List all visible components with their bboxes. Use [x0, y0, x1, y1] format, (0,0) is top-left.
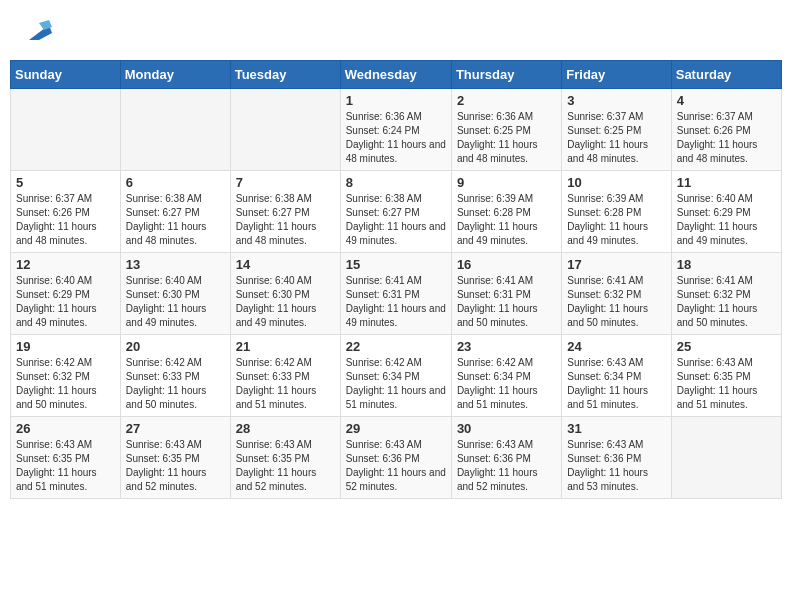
day-number: 28 [236, 421, 335, 436]
calendar-cell: 31Sunrise: 6:43 AM Sunset: 6:36 PM Dayli… [562, 417, 671, 499]
calendar-cell: 25Sunrise: 6:43 AM Sunset: 6:35 PM Dayli… [671, 335, 781, 417]
calendar-cell: 7Sunrise: 6:38 AM Sunset: 6:27 PM Daylig… [230, 171, 340, 253]
calendar: SundayMondayTuesdayWednesdayThursdayFrid… [10, 60, 782, 499]
day-number: 9 [457, 175, 556, 190]
calendar-cell: 16Sunrise: 6:41 AM Sunset: 6:31 PM Dayli… [451, 253, 561, 335]
column-header-tuesday: Tuesday [230, 61, 340, 89]
day-info: Sunrise: 6:37 AM Sunset: 6:26 PM Dayligh… [677, 110, 776, 166]
day-number: 13 [126, 257, 225, 272]
day-number: 25 [677, 339, 776, 354]
day-number: 11 [677, 175, 776, 190]
calendar-week-3: 12Sunrise: 6:40 AM Sunset: 6:29 PM Dayli… [11, 253, 782, 335]
day-number: 26 [16, 421, 115, 436]
day-number: 14 [236, 257, 335, 272]
calendar-week-1: 1Sunrise: 6:36 AM Sunset: 6:24 PM Daylig… [11, 89, 782, 171]
day-info: Sunrise: 6:42 AM Sunset: 6:32 PM Dayligh… [16, 356, 115, 412]
day-number: 2 [457, 93, 556, 108]
day-number: 1 [346, 93, 446, 108]
day-number: 22 [346, 339, 446, 354]
calendar-cell: 28Sunrise: 6:43 AM Sunset: 6:35 PM Dayli… [230, 417, 340, 499]
day-info: Sunrise: 6:43 AM Sunset: 6:35 PM Dayligh… [16, 438, 115, 494]
calendar-cell: 26Sunrise: 6:43 AM Sunset: 6:35 PM Dayli… [11, 417, 121, 499]
day-info: Sunrise: 6:43 AM Sunset: 6:34 PM Dayligh… [567, 356, 665, 412]
calendar-cell: 14Sunrise: 6:40 AM Sunset: 6:30 PM Dayli… [230, 253, 340, 335]
day-info: Sunrise: 6:43 AM Sunset: 6:35 PM Dayligh… [236, 438, 335, 494]
calendar-cell: 10Sunrise: 6:39 AM Sunset: 6:28 PM Dayli… [562, 171, 671, 253]
day-number: 16 [457, 257, 556, 272]
day-number: 10 [567, 175, 665, 190]
column-header-friday: Friday [562, 61, 671, 89]
calendar-cell: 4Sunrise: 6:37 AM Sunset: 6:26 PM Daylig… [671, 89, 781, 171]
day-info: Sunrise: 6:40 AM Sunset: 6:29 PM Dayligh… [16, 274, 115, 330]
day-number: 8 [346, 175, 446, 190]
day-number: 12 [16, 257, 115, 272]
day-number: 20 [126, 339, 225, 354]
day-number: 29 [346, 421, 446, 436]
calendar-cell: 8Sunrise: 6:38 AM Sunset: 6:27 PM Daylig… [340, 171, 451, 253]
column-header-monday: Monday [120, 61, 230, 89]
calendar-cell: 5Sunrise: 6:37 AM Sunset: 6:26 PM Daylig… [11, 171, 121, 253]
day-number: 23 [457, 339, 556, 354]
day-number: 31 [567, 421, 665, 436]
day-number: 3 [567, 93, 665, 108]
day-info: Sunrise: 6:43 AM Sunset: 6:36 PM Dayligh… [346, 438, 446, 494]
day-number: 30 [457, 421, 556, 436]
calendar-cell: 12Sunrise: 6:40 AM Sunset: 6:29 PM Dayli… [11, 253, 121, 335]
calendar-cell: 24Sunrise: 6:43 AM Sunset: 6:34 PM Dayli… [562, 335, 671, 417]
calendar-cell: 30Sunrise: 6:43 AM Sunset: 6:36 PM Dayli… [451, 417, 561, 499]
day-info: Sunrise: 6:38 AM Sunset: 6:27 PM Dayligh… [236, 192, 335, 248]
day-info: Sunrise: 6:43 AM Sunset: 6:35 PM Dayligh… [126, 438, 225, 494]
calendar-cell: 29Sunrise: 6:43 AM Sunset: 6:36 PM Dayli… [340, 417, 451, 499]
day-info: Sunrise: 6:43 AM Sunset: 6:36 PM Dayligh… [457, 438, 556, 494]
day-info: Sunrise: 6:36 AM Sunset: 6:25 PM Dayligh… [457, 110, 556, 166]
day-info: Sunrise: 6:39 AM Sunset: 6:28 PM Dayligh… [567, 192, 665, 248]
calendar-cell: 21Sunrise: 6:42 AM Sunset: 6:33 PM Dayli… [230, 335, 340, 417]
day-number: 4 [677, 93, 776, 108]
day-info: Sunrise: 6:40 AM Sunset: 6:29 PM Dayligh… [677, 192, 776, 248]
calendar-cell: 11Sunrise: 6:40 AM Sunset: 6:29 PM Dayli… [671, 171, 781, 253]
day-number: 21 [236, 339, 335, 354]
page-header [10, 10, 782, 50]
calendar-header-row: SundayMondayTuesdayWednesdayThursdayFrid… [11, 61, 782, 89]
day-info: Sunrise: 6:42 AM Sunset: 6:34 PM Dayligh… [457, 356, 556, 412]
calendar-week-5: 26Sunrise: 6:43 AM Sunset: 6:35 PM Dayli… [11, 417, 782, 499]
column-header-sunday: Sunday [11, 61, 121, 89]
calendar-cell: 27Sunrise: 6:43 AM Sunset: 6:35 PM Dayli… [120, 417, 230, 499]
day-number: 24 [567, 339, 665, 354]
day-info: Sunrise: 6:38 AM Sunset: 6:27 PM Dayligh… [346, 192, 446, 248]
calendar-cell: 3Sunrise: 6:37 AM Sunset: 6:25 PM Daylig… [562, 89, 671, 171]
day-info: Sunrise: 6:39 AM Sunset: 6:28 PM Dayligh… [457, 192, 556, 248]
day-info: Sunrise: 6:38 AM Sunset: 6:27 PM Dayligh… [126, 192, 225, 248]
calendar-cell: 17Sunrise: 6:41 AM Sunset: 6:32 PM Dayli… [562, 253, 671, 335]
day-info: Sunrise: 6:43 AM Sunset: 6:35 PM Dayligh… [677, 356, 776, 412]
day-info: Sunrise: 6:42 AM Sunset: 6:33 PM Dayligh… [236, 356, 335, 412]
day-info: Sunrise: 6:41 AM Sunset: 6:32 PM Dayligh… [567, 274, 665, 330]
day-info: Sunrise: 6:41 AM Sunset: 6:32 PM Dayligh… [677, 274, 776, 330]
day-info: Sunrise: 6:41 AM Sunset: 6:31 PM Dayligh… [346, 274, 446, 330]
calendar-cell: 19Sunrise: 6:42 AM Sunset: 6:32 PM Dayli… [11, 335, 121, 417]
calendar-week-2: 5Sunrise: 6:37 AM Sunset: 6:26 PM Daylig… [11, 171, 782, 253]
calendar-cell [11, 89, 121, 171]
day-info: Sunrise: 6:37 AM Sunset: 6:25 PM Dayligh… [567, 110, 665, 166]
day-number: 17 [567, 257, 665, 272]
calendar-cell: 1Sunrise: 6:36 AM Sunset: 6:24 PM Daylig… [340, 89, 451, 171]
day-number: 7 [236, 175, 335, 190]
calendar-cell: 23Sunrise: 6:42 AM Sunset: 6:34 PM Dayli… [451, 335, 561, 417]
day-info: Sunrise: 6:41 AM Sunset: 6:31 PM Dayligh… [457, 274, 556, 330]
logo-icon [24, 15, 54, 45]
day-info: Sunrise: 6:40 AM Sunset: 6:30 PM Dayligh… [236, 274, 335, 330]
day-info: Sunrise: 6:40 AM Sunset: 6:30 PM Dayligh… [126, 274, 225, 330]
logo [20, 15, 54, 45]
calendar-cell: 15Sunrise: 6:41 AM Sunset: 6:31 PM Dayli… [340, 253, 451, 335]
day-info: Sunrise: 6:42 AM Sunset: 6:33 PM Dayligh… [126, 356, 225, 412]
column-header-wednesday: Wednesday [340, 61, 451, 89]
calendar-cell: 9Sunrise: 6:39 AM Sunset: 6:28 PM Daylig… [451, 171, 561, 253]
day-number: 6 [126, 175, 225, 190]
column-header-saturday: Saturday [671, 61, 781, 89]
day-number: 15 [346, 257, 446, 272]
calendar-cell: 6Sunrise: 6:38 AM Sunset: 6:27 PM Daylig… [120, 171, 230, 253]
day-info: Sunrise: 6:36 AM Sunset: 6:24 PM Dayligh… [346, 110, 446, 166]
calendar-week-4: 19Sunrise: 6:42 AM Sunset: 6:32 PM Dayli… [11, 335, 782, 417]
day-number: 19 [16, 339, 115, 354]
calendar-cell: 13Sunrise: 6:40 AM Sunset: 6:30 PM Dayli… [120, 253, 230, 335]
